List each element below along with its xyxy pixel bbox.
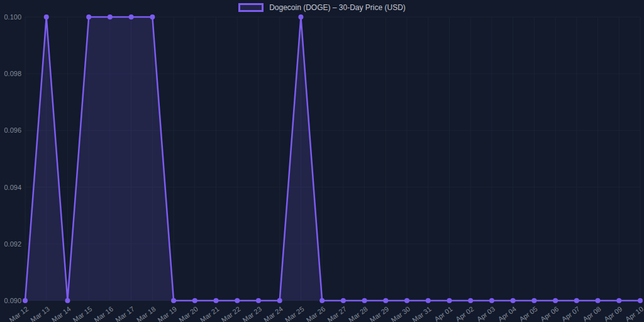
data-point [489, 298, 494, 303]
data-point [596, 298, 601, 303]
y-tick-label: 0.092 [4, 240, 21, 248]
x-tick-label: Mar 16 [92, 305, 114, 322]
x-tick-label: Apr 09 [602, 305, 623, 322]
data-point [341, 298, 346, 303]
data-point [171, 298, 176, 303]
data-point [108, 14, 113, 19]
data-point [362, 298, 367, 303]
x-tick-label: Mar 19 [156, 305, 178, 322]
data-point [23, 298, 28, 303]
data-point [447, 298, 452, 303]
x-tick-label: Apr 10 [624, 305, 644, 322]
y-axis-tick-labels: 0.0900.0920.0940.0960.0980.100 [4, 13, 21, 304]
data-point [574, 298, 579, 303]
x-tick-label: Mar 31 [411, 305, 433, 322]
x-tick-label: Mar 25 [284, 305, 306, 322]
data-point [319, 298, 325, 303]
data-point [65, 298, 70, 303]
x-tick-label: Apr 07 [560, 305, 581, 322]
data-point [86, 14, 91, 19]
x-tick-label: Apr 05 [518, 305, 538, 322]
data-point [214, 298, 219, 303]
data-point [235, 298, 240, 303]
legend-label: Dogecoin (DOGE) – 30-Day Price (USD) [269, 3, 406, 12]
x-tick-label: Mar 13 [29, 305, 51, 322]
x-tick-label: Mar 17 [114, 305, 136, 322]
x-tick-label: Mar 24 [262, 305, 284, 322]
x-tick-label: Apr 02 [454, 305, 475, 322]
data-point [511, 298, 516, 303]
x-tick-label: Mar 27 [326, 305, 348, 322]
x-tick-label: Apr 08 [581, 305, 602, 322]
x-tick-label: Apr 04 [497, 305, 518, 322]
legend: Dogecoin (DOGE) – 30-Day Price (USD) [0, 3, 644, 12]
x-tick-label: Mar 30 [389, 305, 411, 322]
x-tick-label: Mar 12 [8, 305, 30, 322]
data-point [426, 298, 431, 303]
y-tick-label: 0.100 [4, 13, 21, 21]
y-tick-label: 0.096 [4, 126, 21, 134]
x-tick-label: Mar 28 [347, 305, 369, 322]
data-point [256, 298, 261, 303]
legend-swatch [238, 3, 264, 12]
x-tick-label: Mar 23 [241, 305, 263, 322]
legend-item-dogecoin[interactable]: Dogecoin (DOGE) – 30-Day Price (USD) [238, 3, 406, 12]
x-tick-label: Mar 21 [199, 305, 221, 322]
data-point [44, 14, 49, 19]
data-point [277, 298, 282, 303]
x-tick-label: Mar 15 [72, 305, 94, 322]
y-tick-label: 0.090 [4, 297, 21, 304]
data-point [129, 14, 134, 19]
x-tick-label: Mar 20 [177, 305, 199, 322]
series-area [25, 17, 640, 301]
chart-canvas: 0.0900.0920.0940.0960.0980.100Mar 12Mar … [0, 0, 644, 322]
data-point [638, 298, 643, 303]
x-tick-label: Mar 18 [135, 305, 157, 322]
x-tick-label: Mar 26 [305, 305, 327, 322]
x-tick-label: Apr 03 [475, 305, 496, 322]
x-tick-label: Mar 29 [369, 305, 391, 322]
data-point [150, 14, 155, 19]
x-tick-label: Apr 06 [539, 305, 560, 322]
x-tick-label: Mar 22 [220, 305, 242, 322]
data-point [553, 298, 558, 303]
data-point [616, 298, 621, 303]
y-tick-label: 0.094 [4, 184, 21, 191]
data-point [404, 298, 409, 303]
data-point [383, 298, 388, 303]
x-tick-label: Apr 01 [433, 305, 453, 322]
data-point [468, 298, 473, 303]
doge-price-chart: 0.0900.0920.0940.0960.0980.100Mar 12Mar … [0, 0, 644, 322]
x-tick-label: Mar 14 [50, 305, 72, 322]
y-tick-label: 0.098 [4, 70, 21, 77]
data-point [192, 298, 197, 303]
x-axis-tick-labels: Mar 12Mar 13Mar 14Mar 15Mar 16Mar 17Mar … [8, 305, 644, 322]
data-point [531, 298, 536, 303]
data-point [298, 14, 303, 19]
